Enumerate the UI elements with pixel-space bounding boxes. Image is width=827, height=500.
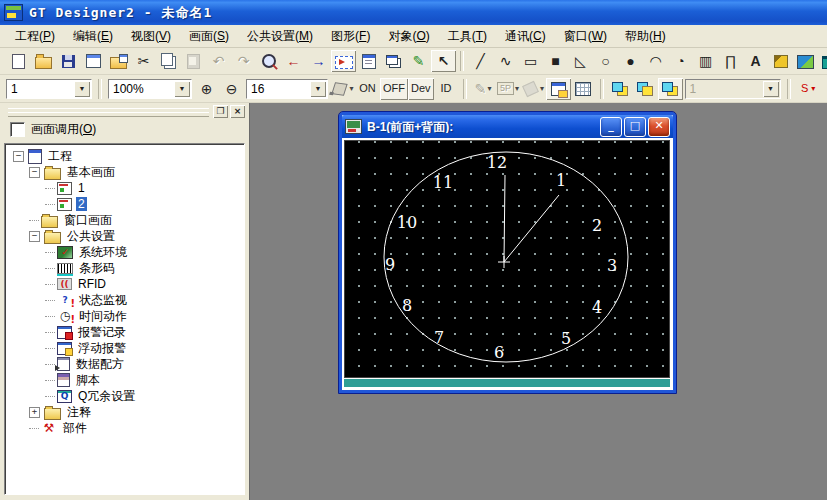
screen-preview-button[interactable] (256, 50, 281, 72)
menu-item-m[interactable]: 公共设置(M) (238, 25, 322, 48)
dropdown-arrow-icon[interactable]: ▼ (74, 81, 90, 97)
edge-tool-button[interactable] (820, 78, 827, 100)
layer-select[interactable]: 1▼ (685, 79, 781, 99)
tree-expander-icon[interactable]: + (29, 407, 40, 418)
tree-item-parts[interactable]: ⚒部件 (7, 420, 242, 436)
layer-back-button[interactable] (658, 78, 683, 100)
screen-canvas[interactable]: 121234567891011 (344, 140, 670, 378)
menu-item-e[interactable]: 编辑(E) (64, 25, 122, 48)
panel-close-button[interactable]: × (230, 105, 245, 118)
tree-item-folder[interactable]: 窗口画面 (7, 212, 242, 228)
maximize-button[interactable]: □ (624, 117, 646, 137)
device-display-button[interactable]: Dev (408, 78, 434, 100)
tree-item-barcode[interactable]: 条形码 (7, 260, 242, 276)
zoom-level-select[interactable]: 100%▼ (108, 79, 192, 99)
zoom-in-button[interactable]: ⊕ (194, 78, 219, 100)
tree-item-script[interactable]: 脚本 (7, 372, 242, 388)
tree-item-folder[interactable]: −公共设置 (7, 228, 242, 244)
tree-item-folder[interactable]: −基本画面 (7, 164, 242, 180)
menu-item-h[interactable]: 帮助(H) (616, 25, 675, 48)
draw-rectangle-filled-button[interactable]: ■ (543, 50, 568, 72)
select-tool-button[interactable]: ↖ (431, 50, 456, 72)
app-icon[interactable] (4, 4, 23, 21)
screen-number-select[interactable]: 1▼ (6, 79, 92, 99)
tree-item-project[interactable]: −工程 (7, 148, 242, 164)
tree-item-screen-1[interactable]: 1 (7, 180, 242, 196)
tree-item-time[interactable]: ◷!时间动作 (7, 308, 242, 324)
grid-size-select[interactable]: 16▼ (246, 79, 328, 99)
redo-button[interactable]: ↷ (231, 50, 256, 72)
menu-item-p[interactable]: 工程(P) (6, 25, 64, 48)
previous-screen-button[interactable]: ← (281, 50, 306, 72)
draw-polygon-button[interactable]: ◺ (568, 50, 593, 72)
menu-item-w[interactable]: 窗口(W) (555, 25, 616, 48)
new-screen-button[interactable] (81, 50, 106, 72)
draw-rectangle-button[interactable]: ▭ (518, 50, 543, 72)
open-screen-button[interactable] (106, 50, 131, 72)
layer-front-button[interactable] (608, 78, 633, 100)
draw-ellipse-button[interactable]: ○ (593, 50, 618, 72)
draw-text-button[interactable]: A (743, 50, 768, 72)
tree-item-recipe[interactable]: 数据配方 (7, 356, 242, 372)
panel-restore-button[interactable]: ❐ (213, 105, 228, 118)
minimize-button[interactable]: _ (600, 117, 622, 137)
undo-button[interactable]: ↶ (206, 50, 231, 72)
state-off-button[interactable]: OFF (380, 78, 408, 100)
screen-editor-titlebar[interactable]: B-1(前面+背面): _ □ ✕ (342, 115, 673, 138)
tree-item-alarmrec[interactable]: 报警记录 (7, 324, 242, 340)
draw-arc-button[interactable]: ◠ (643, 50, 668, 72)
dropdown-arrow-icon[interactable]: ▼ (763, 81, 779, 97)
text-size-button[interactable]: 5P▾ (496, 78, 521, 100)
paint-brush-button[interactable] (768, 50, 793, 72)
data-view-button[interactable] (571, 78, 596, 100)
next-screen-button[interactable]: → (306, 50, 331, 72)
close-button[interactable]: ✕ (648, 117, 670, 137)
grid-color-button[interactable]: ▾ (330, 78, 355, 100)
copy-button[interactable] (156, 50, 181, 72)
screen-call-checkbox[interactable] (10, 122, 25, 137)
menu-item-c[interactable]: 通讯(C) (496, 25, 555, 48)
draw-scale-button[interactable]: ▥ (693, 50, 718, 72)
dropdown-arrow-icon[interactable]: ▼ (310, 81, 326, 97)
menu-item-f[interactable]: 图形(F) (322, 25, 379, 48)
window-preview-button[interactable] (546, 78, 571, 100)
draw-sector-button[interactable]: ◔ (668, 50, 693, 72)
menu-item-o[interactable]: 对象(O) (379, 25, 438, 48)
import-image-button[interactable] (793, 50, 818, 72)
menu-item-s[interactable]: 画面(S) (180, 25, 238, 48)
tree-item-alarmfloat[interactable]: 浮动报警 (7, 340, 242, 356)
text-style-button[interactable]: ✎▾ (471, 78, 496, 100)
tree-expander-icon[interactable]: − (29, 231, 40, 242)
tree-item-status[interactable]: ?!状态监视 (7, 292, 242, 308)
screen-list-button[interactable] (356, 50, 381, 72)
layer-middle-button[interactable] (633, 78, 658, 100)
tree-item-rfid[interactable]: ((RFID (7, 276, 242, 292)
tree-item-qred[interactable]: QQ冗余设置 (7, 388, 242, 404)
tree-expander-icon[interactable]: − (29, 167, 40, 178)
draw-panel-button[interactable] (818, 50, 827, 72)
window-titlebar[interactable]: GT Designer2 - 未命名1 (0, 0, 827, 25)
open-project-button[interactable] (31, 50, 56, 72)
fill-color-button[interactable]: ▾ (521, 78, 546, 100)
clock-drawing[interactable]: 121234567891011 (345, 141, 669, 377)
dropdown-arrow-icon[interactable]: ▼ (174, 81, 190, 97)
state-on-button[interactable]: ON (355, 78, 380, 100)
tree-expander-icon[interactable]: − (13, 151, 24, 162)
menu-item-t[interactable]: 工具(T) (439, 25, 496, 48)
draw-polyline-button[interactable]: ∿ (493, 50, 518, 72)
new-project-button[interactable] (6, 50, 31, 72)
menu-item-v[interactable]: 视图(V) (122, 25, 180, 48)
security-level-button[interactable]: S▾ (795, 78, 820, 100)
draw-piping-button[interactable]: ∏ (718, 50, 743, 72)
tree-item-sysenv[interactable]: ✓系统环境 (7, 244, 242, 260)
panel-grip[interactable]: ❐ × (4, 105, 245, 117)
draw-edit-pen-button[interactable]: ✎ (406, 50, 431, 72)
paste-button[interactable] (181, 50, 206, 72)
window-cascade-button[interactable] (381, 50, 406, 72)
screen-jump-button[interactable] (331, 50, 356, 72)
draw-line-button[interactable]: ╱ (468, 50, 493, 72)
zoom-out-button[interactable]: ⊖ (219, 78, 244, 100)
tree-item-folder[interactable]: +注释 (7, 404, 242, 420)
tree-item-screen-2[interactable]: 2 (7, 196, 242, 212)
draw-circle-filled-button[interactable]: ● (618, 50, 643, 72)
